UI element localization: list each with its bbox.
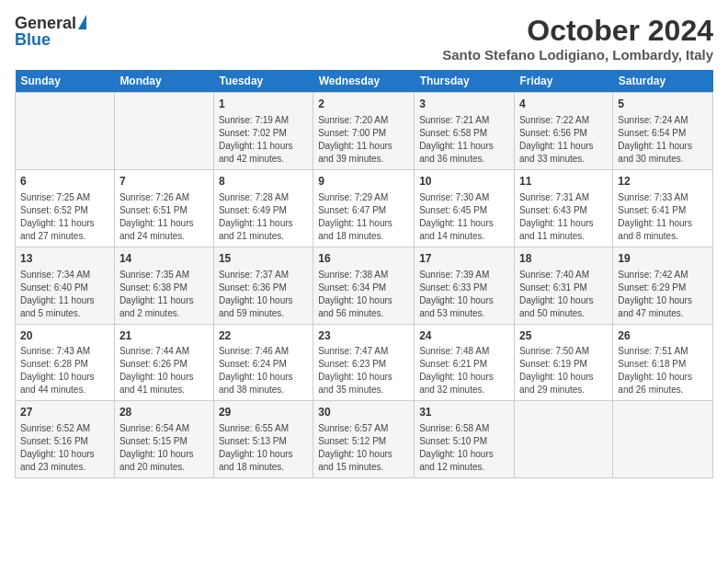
calendar-cell: 9Sunrise: 7:29 AM Sunset: 6:47 PM Daylig… xyxy=(313,169,415,247)
day-info: Sunrise: 7:48 AM Sunset: 6:21 PM Dayligh… xyxy=(419,345,509,396)
day-info: Sunrise: 7:20 AM Sunset: 7:00 PM Dayligh… xyxy=(318,114,409,166)
day-number: 21 xyxy=(119,328,209,344)
day-number: 26 xyxy=(618,328,708,344)
day-info: Sunrise: 7:35 AM Sunset: 6:38 PM Dayligh… xyxy=(119,269,209,320)
calendar-cell: 19Sunrise: 7:42 AM Sunset: 6:29 PM Dayli… xyxy=(613,247,713,324)
calendar-cell: 28Sunrise: 6:54 AM Sunset: 5:15 PM Dayli… xyxy=(114,401,213,478)
day-info: Sunrise: 7:37 AM Sunset: 6:36 PM Dayligh… xyxy=(219,269,308,320)
day-info: Sunrise: 6:54 AM Sunset: 5:15 PM Dayligh… xyxy=(119,422,209,474)
calendar-cell: 3Sunrise: 7:21 AM Sunset: 6:58 PM Daylig… xyxy=(415,93,515,170)
logo: General Blue xyxy=(15,15,86,48)
day-number: 30 xyxy=(318,405,409,420)
calendar-header: SundayMondayTuesdayWednesdayThursdayFrid… xyxy=(16,70,713,93)
day-number: 12 xyxy=(618,174,708,190)
day-number: 25 xyxy=(519,328,608,344)
calendar-cell: 29Sunrise: 6:55 AM Sunset: 5:13 PM Dayli… xyxy=(213,401,313,478)
weekday-header-friday: Friday xyxy=(514,70,612,93)
weekday-header-sunday: Sunday xyxy=(16,70,115,93)
day-info: Sunrise: 7:33 AM Sunset: 6:41 PM Dayligh… xyxy=(618,191,708,243)
weekday-header-tuesday: Tuesday xyxy=(213,70,313,93)
day-number: 24 xyxy=(419,328,509,344)
calendar-body: 1Sunrise: 7:19 AM Sunset: 7:02 PM Daylig… xyxy=(16,93,713,478)
calendar-cell: 14Sunrise: 7:35 AM Sunset: 6:38 PM Dayli… xyxy=(114,247,213,324)
calendar-cell: 24Sunrise: 7:48 AM Sunset: 6:21 PM Dayli… xyxy=(415,324,515,401)
calendar-table: SundayMondayTuesdayWednesdayThursdayFrid… xyxy=(15,70,713,478)
month-title: October 2024 xyxy=(442,15,713,47)
day-info: Sunrise: 6:52 AM Sunset: 5:16 PM Dayligh… xyxy=(20,422,109,474)
calendar-cell: 2Sunrise: 7:20 AM Sunset: 7:00 PM Daylig… xyxy=(313,93,415,170)
calendar-week-row: 6Sunrise: 7:25 AM Sunset: 6:52 PM Daylig… xyxy=(16,169,713,247)
calendar-week-row: 13Sunrise: 7:34 AM Sunset: 6:40 PM Dayli… xyxy=(16,247,713,324)
day-info: Sunrise: 7:44 AM Sunset: 6:26 PM Dayligh… xyxy=(119,345,209,396)
day-number: 7 xyxy=(119,174,209,190)
calendar-cell xyxy=(16,93,115,170)
weekday-header-wednesday: Wednesday xyxy=(313,70,415,93)
calendar-cell: 11Sunrise: 7:31 AM Sunset: 6:43 PM Dayli… xyxy=(514,169,612,247)
calendar-week-row: 27Sunrise: 6:52 AM Sunset: 5:16 PM Dayli… xyxy=(16,401,713,478)
calendar-cell: 18Sunrise: 7:40 AM Sunset: 6:31 PM Dayli… xyxy=(514,247,612,324)
day-number: 2 xyxy=(318,97,409,112)
day-number: 1 xyxy=(219,97,308,112)
day-info: Sunrise: 7:30 AM Sunset: 6:45 PM Dayligh… xyxy=(419,191,509,243)
day-number: 20 xyxy=(20,328,109,344)
calendar-cell: 8Sunrise: 7:28 AM Sunset: 6:49 PM Daylig… xyxy=(213,169,313,247)
calendar-cell: 12Sunrise: 7:33 AM Sunset: 6:41 PM Dayli… xyxy=(613,169,713,247)
calendar-cell: 31Sunrise: 6:58 AM Sunset: 5:10 PM Dayli… xyxy=(415,401,515,478)
day-number: 18 xyxy=(519,251,608,267)
calendar-cell: 17Sunrise: 7:39 AM Sunset: 6:33 PM Dayli… xyxy=(415,247,515,324)
day-info: Sunrise: 7:51 AM Sunset: 6:18 PM Dayligh… xyxy=(618,345,708,396)
calendar-cell: 6Sunrise: 7:25 AM Sunset: 6:52 PM Daylig… xyxy=(16,169,115,247)
day-number: 8 xyxy=(219,174,308,190)
day-info: Sunrise: 7:29 AM Sunset: 6:47 PM Dayligh… xyxy=(318,191,409,243)
calendar-cell: 5Sunrise: 7:24 AM Sunset: 6:54 PM Daylig… xyxy=(613,93,713,170)
day-number: 31 xyxy=(419,405,509,420)
calendar-cell: 23Sunrise: 7:47 AM Sunset: 6:23 PM Dayli… xyxy=(313,324,415,401)
day-number: 28 xyxy=(119,405,209,420)
day-number: 9 xyxy=(318,174,409,190)
calendar-cell: 26Sunrise: 7:51 AM Sunset: 6:18 PM Dayli… xyxy=(613,324,713,401)
day-number: 3 xyxy=(419,97,509,112)
calendar-cell: 10Sunrise: 7:30 AM Sunset: 6:45 PM Dayli… xyxy=(415,169,515,247)
day-info: Sunrise: 7:21 AM Sunset: 6:58 PM Dayligh… xyxy=(419,114,509,166)
day-info: Sunrise: 7:26 AM Sunset: 6:51 PM Dayligh… xyxy=(119,191,209,243)
day-info: Sunrise: 7:39 AM Sunset: 6:33 PM Dayligh… xyxy=(419,269,509,320)
day-number: 5 xyxy=(618,97,708,112)
day-info: Sunrise: 7:22 AM Sunset: 6:56 PM Dayligh… xyxy=(519,114,608,166)
day-info: Sunrise: 6:55 AM Sunset: 5:13 PM Dayligh… xyxy=(219,422,308,474)
day-info: Sunrise: 7:40 AM Sunset: 6:31 PM Dayligh… xyxy=(519,269,608,320)
calendar-cell xyxy=(514,401,612,478)
calendar-week-row: 20Sunrise: 7:43 AM Sunset: 6:28 PM Dayli… xyxy=(16,324,713,401)
logo-blue-text: Blue xyxy=(15,31,51,48)
day-info: Sunrise: 7:42 AM Sunset: 6:29 PM Dayligh… xyxy=(618,269,708,320)
calendar-cell: 4Sunrise: 7:22 AM Sunset: 6:56 PM Daylig… xyxy=(514,93,612,170)
logo-general-text: General xyxy=(15,15,76,31)
weekday-header-thursday: Thursday xyxy=(415,70,515,93)
calendar-cell xyxy=(114,93,213,170)
day-info: Sunrise: 7:24 AM Sunset: 6:54 PM Dayligh… xyxy=(618,114,708,166)
calendar-cell: 21Sunrise: 7:44 AM Sunset: 6:26 PM Dayli… xyxy=(114,324,213,401)
day-info: Sunrise: 7:31 AM Sunset: 6:43 PM Dayligh… xyxy=(519,191,608,243)
day-number: 29 xyxy=(219,405,308,420)
day-number: 10 xyxy=(419,174,509,190)
day-info: Sunrise: 7:25 AM Sunset: 6:52 PM Dayligh… xyxy=(20,191,109,243)
day-number: 16 xyxy=(318,251,409,267)
calendar-cell xyxy=(613,401,713,478)
calendar-cell: 25Sunrise: 7:50 AM Sunset: 6:19 PM Dayli… xyxy=(514,324,612,401)
day-number: 22 xyxy=(219,328,308,344)
day-number: 27 xyxy=(20,405,109,420)
calendar-cell: 22Sunrise: 7:46 AM Sunset: 6:24 PM Dayli… xyxy=(213,324,313,401)
day-info: Sunrise: 6:57 AM Sunset: 5:12 PM Dayligh… xyxy=(318,422,409,474)
day-number: 14 xyxy=(119,251,209,267)
day-info: Sunrise: 7:19 AM Sunset: 7:02 PM Dayligh… xyxy=(219,114,308,166)
day-info: Sunrise: 7:38 AM Sunset: 6:34 PM Dayligh… xyxy=(318,269,409,320)
page-header: General Blue October 2024 Santo Stefano … xyxy=(15,15,713,63)
day-number: 6 xyxy=(20,174,109,190)
weekday-header-row: SundayMondayTuesdayWednesdayThursdayFrid… xyxy=(16,70,713,93)
day-info: Sunrise: 7:34 AM Sunset: 6:40 PM Dayligh… xyxy=(20,269,109,320)
day-info: Sunrise: 7:46 AM Sunset: 6:24 PM Dayligh… xyxy=(219,345,308,396)
day-info: Sunrise: 7:47 AM Sunset: 6:23 PM Dayligh… xyxy=(318,345,409,396)
day-info: Sunrise: 7:50 AM Sunset: 6:19 PM Dayligh… xyxy=(519,345,608,396)
day-number: 17 xyxy=(419,251,509,267)
day-number: 23 xyxy=(318,328,409,344)
day-number: 13 xyxy=(20,251,109,267)
